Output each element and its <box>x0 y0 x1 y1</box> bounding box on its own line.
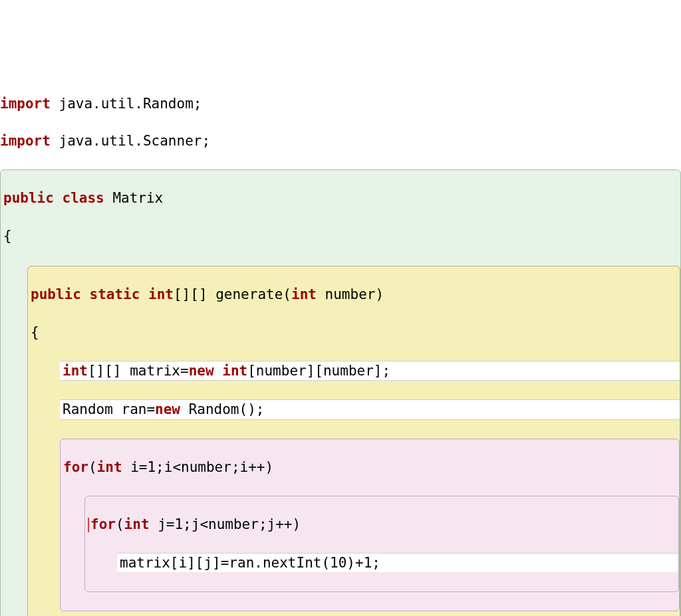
keyword: int <box>291 286 317 302</box>
code-text: number) <box>317 286 384 302</box>
brace: { <box>31 324 39 340</box>
code-text: ( <box>116 516 124 532</box>
code-line: matrix[i][j]=ran.nextInt(10)+1; <box>117 554 678 572</box>
keyword: new <box>189 363 214 379</box>
keyword: new <box>155 401 180 417</box>
code-text: java.util.Random; <box>51 96 202 112</box>
code-text: java.util.Scanner; <box>51 133 210 149</box>
code-text: matrix[i][j]=ran.nextInt(10)+1; <box>120 555 380 571</box>
keyword: import <box>0 96 51 112</box>
code-line: public class Matrix <box>1 189 680 207</box>
keyword: class <box>63 190 104 206</box>
for-block: for(int i=1;i<number;i++) for(int j=1;j<… <box>60 439 680 611</box>
body-line: int[][] matrix=new int[number][number]; <box>60 361 680 381</box>
keyword: int <box>124 516 150 532</box>
code-line: public static int[][] generate(int numbe… <box>28 285 680 304</box>
code-line: import java.util.Scanner; <box>0 132 681 150</box>
code-text: [][] matrix= <box>88 363 189 379</box>
class-block: public class Matrix { public static int[… <box>0 169 681 616</box>
code-text: j=1;j<number;j++) <box>150 516 301 532</box>
keyword: public <box>3 190 54 206</box>
code-line: int[][] matrix=new int[number][number]; <box>60 361 680 380</box>
body-line: matrix[i][j]=ran.nextInt(10)+1; <box>117 553 678 572</box>
code-text: [number][number]; <box>247 363 390 379</box>
cursor-icon <box>88 518 89 532</box>
method-name: generate( <box>215 286 291 302</box>
keyword: int <box>97 459 122 475</box>
code-line: { <box>28 323 680 342</box>
code-text: [][] <box>174 286 215 302</box>
code-line: Random ran=new Random(); <box>60 400 680 419</box>
code-text: Random ran= <box>63 401 155 417</box>
code-line: import java.util.Random; <box>0 94 681 113</box>
for-block-inner: for(int j=1;j<number;j++) matrix[i][j]=r… <box>84 496 679 592</box>
keyword: static <box>90 286 140 302</box>
code-line: { <box>1 227 680 245</box>
brace: { <box>3 228 12 244</box>
keyword: int <box>148 286 174 302</box>
keyword: public <box>31 286 81 302</box>
keyword: import <box>0 133 51 149</box>
code-text: i=1;i<number;i++) <box>122 459 274 475</box>
code-text: Random(); <box>180 401 264 417</box>
keyword: int <box>214 363 248 379</box>
code-view: import java.util.Random; import java.uti… <box>0 75 681 616</box>
code-line: for(int i=1;i<number;i++) <box>61 458 679 476</box>
body-line: Random ran=new Random(); <box>60 399 680 419</box>
method-block: public static int[][] generate(int numbe… <box>27 266 680 616</box>
class-name: Matrix <box>104 190 164 206</box>
keyword: for <box>90 516 116 532</box>
code-line: for(int j=1;j<number;j++) <box>85 515 678 534</box>
code-text: ( <box>88 459 97 475</box>
keyword: for <box>63 459 88 475</box>
keyword: int <box>63 363 88 379</box>
